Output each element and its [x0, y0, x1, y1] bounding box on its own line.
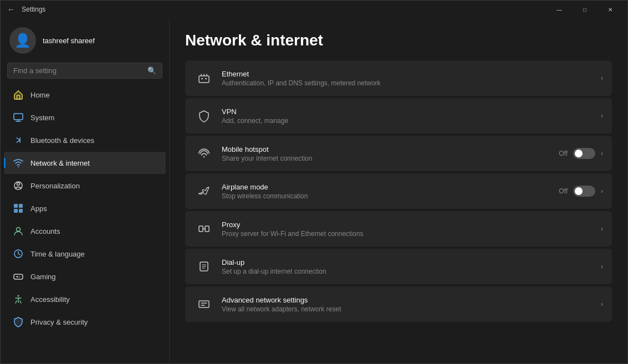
svg-point-9 — [17, 228, 21, 232]
svg-rect-11 — [14, 274, 23, 279]
vpn-icon — [194, 106, 214, 126]
nav-items: Home System — [1, 83, 169, 363]
accessibility-icon — [13, 294, 24, 305]
sidebar-item-network-label: Network & internet — [30, 159, 90, 167]
accounts-icon — [13, 225, 24, 237]
back-button[interactable]: ← — [7, 5, 15, 14]
sidebar: 👤 tashreef shareef 🔍 H — [1, 18, 170, 363]
vpn-desc: Add, connect, manage — [222, 117, 601, 125]
airplane-chevron: › — [601, 187, 603, 195]
advanced-desc: View all network adapters, network reset — [222, 305, 601, 313]
ethernet-icon — [194, 68, 214, 88]
svg-point-16 — [203, 156, 205, 157]
airplane-toggle-label: Off — [559, 187, 568, 195]
vpn-right: › — [601, 112, 603, 120]
proxy-chevron: › — [601, 225, 603, 233]
svg-point-2 — [18, 166, 19, 167]
sidebar-item-bluetooth[interactable]: Bluetooth & devices — [4, 129, 166, 151]
search-icon: 🔍 — [147, 66, 156, 75]
ethernet-desc: Authentication, IP and DNS settings, met… — [222, 79, 601, 87]
sidebar-item-gaming-label: Gaming — [30, 273, 56, 281]
hotspot-chevron: › — [601, 150, 603, 157]
hotspot-toggle[interactable] — [573, 148, 595, 159]
user-section[interactable]: 👤 tashreef shareef — [1, 18, 169, 60]
svg-rect-15 — [205, 78, 207, 79]
sidebar-item-network[interactable]: Network & internet — [4, 152, 166, 174]
sidebar-item-apps[interactable]: Apps — [4, 197, 166, 219]
airplane-toggle[interactable] — [573, 186, 595, 197]
page-title: Network & internet — [185, 32, 612, 49]
dialup-text: Dial-up Set up a dial-up internet connec… — [222, 258, 601, 275]
dialup-right: › — [601, 263, 603, 270]
hotspot-text: Mobile hotspot Share your internet conne… — [222, 145, 559, 162]
dialup-icon — [194, 257, 214, 276]
dialup-desc: Set up a dial-up internet connection — [222, 268, 601, 275]
dialup-title: Dial-up — [222, 258, 601, 266]
advanced-setting[interactable]: Advanced network settings View all netwo… — [185, 286, 612, 322]
hotspot-title: Mobile hotspot — [222, 145, 559, 153]
ethernet-title: Ethernet — [222, 70, 601, 78]
sidebar-item-accounts[interactable]: Accounts — [4, 220, 166, 242]
advanced-title: Advanced network settings — [222, 296, 601, 304]
maximize-button[interactable]: □ — [572, 1, 598, 18]
search-input[interactable] — [13, 66, 147, 75]
apps-icon — [13, 203, 24, 214]
title-bar-left: ← Settings — [7, 5, 45, 14]
sidebar-item-personalization[interactable]: Personalization — [4, 175, 166, 197]
hotspot-setting[interactable]: Mobile hotspot Share your internet conne… — [185, 136, 612, 171]
privacy-icon — [13, 316, 24, 327]
window-title: Settings — [22, 6, 45, 13]
main-content: Network & internet Ethernet Au — [170, 18, 627, 363]
advanced-chevron: › — [601, 300, 603, 308]
svg-rect-1 — [14, 114, 23, 120]
proxy-right: › — [601, 225, 603, 233]
hotspot-desc: Share your internet connection — [222, 155, 559, 162]
airplane-setting[interactable]: Airplane mode Stop wireless communicatio… — [185, 173, 612, 209]
proxy-text: Proxy Proxy server for Wi-Fi and Etherne… — [222, 221, 601, 238]
system-icon — [13, 112, 24, 123]
advanced-text: Advanced network settings View all netwo… — [222, 296, 601, 313]
hotspot-toggle-label: Off — [559, 150, 568, 157]
search-box[interactable]: 🔍 — [7, 63, 162, 79]
sidebar-item-apps-label: Apps — [30, 204, 47, 213]
ethernet-setting[interactable]: Ethernet Authentication, IP and DNS sett… — [185, 60, 612, 96]
sidebar-item-home-label: Home — [30, 91, 50, 99]
proxy-icon — [194, 219, 214, 239]
home-icon — [13, 89, 24, 100]
sidebar-item-privacy-label: Privacy & security — [30, 318, 88, 326]
personalization-icon — [13, 180, 24, 191]
ethernet-chevron: › — [601, 74, 603, 82]
sidebar-item-system[interactable]: System — [4, 106, 166, 129]
sidebar-item-accessibility[interactable]: Accessibility — [4, 288, 166, 310]
sidebar-item-accessibility-label: Accessibility — [30, 295, 70, 304]
svg-rect-14 — [201, 78, 203, 79]
sidebar-item-home[interactable]: Home — [4, 84, 166, 106]
sidebar-item-gaming[interactable]: Gaming — [4, 265, 166, 288]
airplane-right: Off › — [559, 186, 603, 197]
hotspot-icon — [194, 143, 214, 163]
sidebar-item-system-label: System — [30, 114, 54, 122]
svg-rect-8 — [19, 209, 23, 213]
sidebar-item-privacy[interactable]: Privacy & security — [4, 311, 166, 333]
vpn-setting[interactable]: VPN Add, connect, manage › — [185, 98, 612, 134]
window-controls: — □ ✕ — [547, 1, 623, 18]
ethernet-text: Ethernet Authentication, IP and DNS sett… — [222, 70, 601, 87]
sidebar-item-time-label: Time & language — [30, 250, 85, 258]
advanced-right: › — [601, 300, 603, 308]
sidebar-item-accounts-label: Accounts — [30, 227, 60, 235]
minimize-button[interactable]: — — [547, 1, 572, 18]
avatar: 👤 — [9, 27, 36, 54]
proxy-setting[interactable]: Proxy Proxy server for Wi-Fi and Etherne… — [185, 211, 612, 247]
settings-window: ← Settings — □ ✕ 👤 tashreef shareef 🔍 — [0, 0, 628, 364]
sidebar-item-bluetooth-label: Bluetooth & devices — [30, 136, 94, 145]
svg-rect-6 — [19, 204, 23, 208]
svg-rect-5 — [14, 204, 18, 208]
avatar-icon: 👤 — [14, 33, 31, 48]
sidebar-item-time[interactable]: Time & language — [4, 243, 166, 265]
dialup-setting[interactable]: Dial-up Set up a dial-up internet connec… — [185, 249, 612, 284]
close-button[interactable]: ✕ — [598, 1, 623, 18]
time-icon — [13, 248, 24, 259]
gaming-icon — [13, 271, 24, 282]
bluetooth-icon — [13, 135, 24, 146]
content-area: 👤 tashreef shareef 🔍 H — [1, 18, 627, 363]
